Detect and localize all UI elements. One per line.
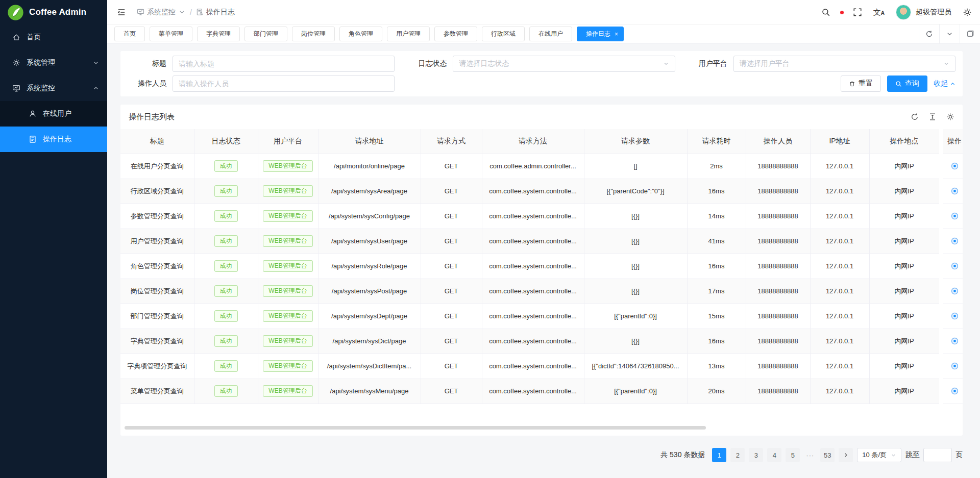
tab-home[interactable]: 首页 xyxy=(114,27,145,41)
page-size-select[interactable]: 10 条/页 xyxy=(857,448,901,462)
view-detail-icon[interactable] xyxy=(950,212,959,220)
user-icon xyxy=(29,110,37,118)
density-icon[interactable] xyxy=(928,113,937,121)
title-input[interactable] xyxy=(173,56,395,72)
cell-request-url: /api/system/sysConfig/page xyxy=(318,204,421,229)
cell-ip: 127.0.0.1 xyxy=(810,304,869,329)
reset-button[interactable]: 重置 xyxy=(841,76,881,92)
cell-platform: WEB管理后台 xyxy=(258,254,318,279)
view-detail-icon[interactable] xyxy=(950,287,959,295)
filter-operator-label: 操作人员 xyxy=(128,79,173,88)
page-button-4[interactable]: 4 xyxy=(767,448,781,462)
view-detail-icon[interactable] xyxy=(950,262,959,270)
search-button[interactable]: 查询 xyxy=(887,76,927,92)
table-row: 用户管理分页查询 成功 WEB管理后台 /api/system/sysUser/… xyxy=(120,229,963,254)
refresh-icon[interactable] xyxy=(911,113,919,121)
refresh-icon[interactable] xyxy=(919,24,939,43)
view-detail-icon[interactable] xyxy=(950,337,959,345)
cell-duration: 17ms xyxy=(687,279,746,304)
cell-request-url: /api/system/sysArea/page xyxy=(318,179,421,204)
cell-platform: WEB管理后台 xyxy=(258,229,318,254)
platform-badge: WEB管理后台 xyxy=(263,310,312,322)
collapse-filters-link[interactable]: 收起 xyxy=(934,79,955,88)
table-row: 行政区域分页查询 成功 WEB管理后台 /api/system/sysArea/… xyxy=(120,179,963,204)
cell-request-url: /api/system/sysPost/page xyxy=(318,279,421,304)
cell-request-method: GET xyxy=(421,204,482,229)
user-menu[interactable]: 超级管理员 xyxy=(896,5,951,20)
cell-request-method: GET xyxy=(421,154,482,179)
page-button-3[interactable]: 3 xyxy=(749,448,763,462)
cell-request-method: GET xyxy=(421,379,482,404)
app-logo[interactable]: Coffee Admin xyxy=(0,0,107,24)
chevron-down-icon[interactable] xyxy=(939,24,960,43)
breadcrumb-item-operation-log[interactable]: 操作日志 xyxy=(196,8,235,17)
tab-post-management[interactable]: 岗位管理 xyxy=(292,27,335,41)
page-button-1[interactable]: 1 xyxy=(712,448,726,462)
tab-dict-management[interactable]: 字典管理 xyxy=(197,27,240,41)
tab-operation-log[interactable]: 操作日志 × xyxy=(577,27,624,41)
cell-duration: 16ms xyxy=(687,329,746,354)
gear-icon[interactable] xyxy=(963,8,972,17)
cell-operator: 18888888888 xyxy=(746,154,810,179)
sidebar-item-home[interactable]: 首页 xyxy=(0,24,107,50)
platform-select[interactable]: 请选择用户平台 xyxy=(733,56,955,72)
cell-duration: 16ms xyxy=(687,254,746,279)
view-detail-icon[interactable] xyxy=(950,312,959,320)
filter-operator-field: 操作人员 xyxy=(128,76,395,92)
sidebar-item-system-management[interactable]: 系统管理 xyxy=(0,50,107,76)
breadcrumb-item-monitor[interactable]: 系统监控 xyxy=(137,8,186,17)
platform-badge: WEB管理后台 xyxy=(263,335,312,347)
col-header-status: 日志状态 xyxy=(194,129,258,154)
breadcrumb-separator: / xyxy=(190,8,192,16)
cell-request-params: [{"dictId":140647326180950... xyxy=(584,354,687,379)
view-detail-icon[interactable] xyxy=(950,237,959,245)
cell-platform: WEB管理后台 xyxy=(258,204,318,229)
col-header-handler: 请求方法 xyxy=(482,129,584,154)
sidebar-item-online-users[interactable]: 在线用户 xyxy=(0,101,107,127)
sidebar-item-system-monitor[interactable]: 系统监控 xyxy=(0,76,107,101)
cell-request-handler: com.coffee.system.controlle... xyxy=(482,179,584,204)
translate-icon[interactable]: 文A xyxy=(873,8,885,16)
tab-label: 操作日志 xyxy=(586,30,610,38)
tab-user-management[interactable]: 用户管理 xyxy=(387,27,430,41)
sidebar-item-operation-log[interactable]: 操作日志 xyxy=(0,127,107,152)
cell-operator: 18888888888 xyxy=(746,354,810,379)
tab-area-management[interactable]: 行政区域 xyxy=(482,27,525,41)
cell-action xyxy=(941,154,963,179)
tab-online-users[interactable]: 在线用户 xyxy=(529,27,572,41)
platform-badge: WEB管理后台 xyxy=(263,235,312,247)
page-button-last[interactable]: 53 xyxy=(820,448,835,462)
cell-title: 行政区域分页查询 xyxy=(120,179,194,204)
table-row: 菜单管理分页查询 成功 WEB管理后台 /api/system/sysMenu/… xyxy=(120,379,963,404)
cell-duration: 2ms xyxy=(687,154,746,179)
page-button-5[interactable]: 5 xyxy=(786,448,800,462)
status-badge: 成功 xyxy=(214,235,238,247)
cell-request-params: [{"parentId":0}] xyxy=(584,379,687,404)
view-detail-icon[interactable] xyxy=(950,187,959,195)
operator-input[interactable] xyxy=(173,76,395,92)
cell-location: 内网IP xyxy=(869,279,941,304)
cell-title: 在线用户分页查询 xyxy=(120,154,194,179)
tab-config-management[interactable]: 参数管理 xyxy=(434,27,477,41)
status-select[interactable]: 请选择日志状态 xyxy=(453,56,675,72)
cell-title: 参数管理分页查询 xyxy=(120,204,194,229)
jump-page-input[interactable] xyxy=(923,448,952,462)
sidebar-item-label: 在线用户 xyxy=(43,109,99,118)
horizontal-scrollbar[interactable] xyxy=(125,426,706,430)
tab-dept-management[interactable]: 部门管理 xyxy=(244,27,287,41)
view-detail-icon[interactable] xyxy=(950,387,959,395)
maximize-icon[interactable] xyxy=(960,24,980,43)
next-page-button[interactable] xyxy=(839,448,853,462)
close-icon[interactable]: × xyxy=(615,31,618,38)
search-icon[interactable] xyxy=(821,8,830,17)
tab-role-management[interactable]: 角色管理 xyxy=(339,27,382,41)
view-detail-icon[interactable] xyxy=(950,362,959,370)
page-button-2[interactable]: 2 xyxy=(730,448,745,462)
sidebar-fold-icon[interactable] xyxy=(114,5,129,19)
fullscreen-icon[interactable] xyxy=(853,8,862,17)
gear-icon[interactable] xyxy=(946,113,954,121)
tab-menu-management[interactable]: 菜单管理 xyxy=(150,27,192,41)
view-detail-icon[interactable] xyxy=(950,162,959,170)
user-name: 超级管理员 xyxy=(916,8,951,17)
pagination-ellipsis[interactable]: ··· xyxy=(804,451,816,459)
